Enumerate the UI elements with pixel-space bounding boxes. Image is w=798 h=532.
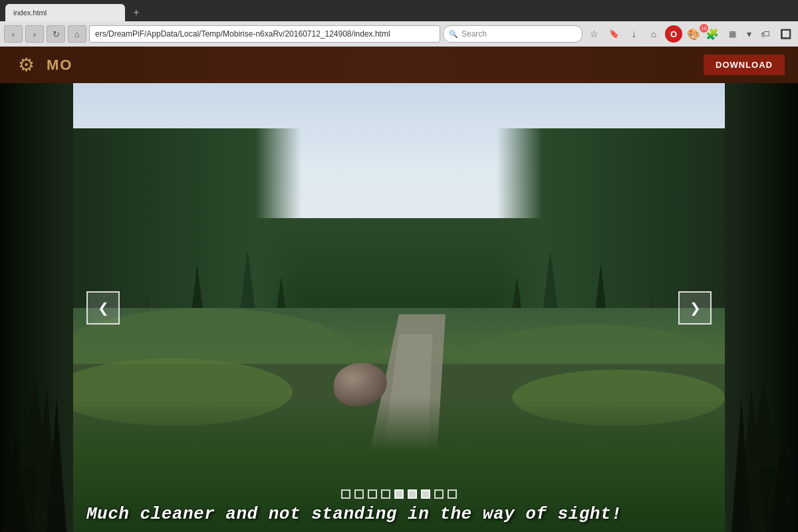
app-name: MO: [47, 57, 72, 74]
search-icon: 🔍: [449, 30, 458, 39]
page-content: ⚙ MO DOWNLOAD: [0, 47, 798, 532]
nav-back-btn[interactable]: ‹: [4, 25, 23, 43]
indicator-4[interactable]: [381, 489, 390, 499]
home-icon: ⌂: [74, 29, 80, 39]
indicator-9[interactable]: [448, 489, 457, 499]
bookmark-icon: 🔖: [609, 29, 619, 39]
indicator-7[interactable]: [421, 489, 430, 499]
caption-text: Much cleaner and not standing in the way…: [86, 504, 622, 524]
home-icon-btn[interactable]: ⌂: [645, 25, 662, 43]
reload-btn[interactable]: ↻: [47, 25, 65, 43]
address-bar[interactable]: ers/DreamPiF/AppData/Local/Temp/Mobirise…: [89, 25, 440, 43]
menu-icon-btn[interactable]: ▦: [724, 25, 741, 43]
indicator-5[interactable]: [394, 489, 404, 499]
browser-window: index.html + ‹ › ↻ ⌂ ers/DreamPiF/AppDat…: [0, 0, 798, 532]
slide-image: [73, 83, 725, 532]
notification-badge: 10: [700, 24, 708, 33]
prev-arrow-icon: ❮: [98, 300, 109, 316]
side-panel-right: [725, 83, 798, 532]
slider-next-btn[interactable]: ❯: [678, 291, 712, 325]
extra-btn[interactable]: 🔲: [777, 25, 794, 43]
app-header: ⚙ MO DOWNLOAD: [0, 47, 798, 83]
tab-label: index.html: [13, 9, 47, 17]
indicator-2[interactable]: [354, 489, 364, 499]
next-arrow-icon: ❯: [690, 300, 701, 316]
new-tab-btn[interactable]: +: [128, 4, 145, 21]
slide-caption: Much cleaner and not standing in the way…: [73, 504, 725, 524]
gear-icon-app: ⚙: [13, 53, 39, 78]
url-text: ers/DreamPiF/AppData/Local/Temp/Mobirise…: [95, 29, 390, 39]
search-bar[interactable]: 🔍 Search: [443, 25, 583, 43]
side-forest-right: [725, 83, 798, 532]
slider-prev-btn[interactable]: ❮: [86, 291, 120, 325]
side-panel-left: [0, 83, 73, 532]
star-icon: ☆: [590, 29, 598, 39]
browser-toolbar: ‹ › ↻ ⌂ ers/DreamPiF/AppData/Local/Temp/…: [0, 21, 798, 47]
ext-badge-area[interactable]: 🧩 10: [704, 25, 721, 43]
side-forest-left: [0, 83, 73, 532]
slider-wrapper: ❮ ❯: [73, 83, 725, 532]
indicator-1[interactable]: [341, 489, 350, 499]
opera-logo: O: [670, 29, 677, 39]
download-button[interactable]: DOWNLOAD: [704, 55, 785, 75]
menu-icon: ▦: [729, 29, 736, 39]
more-btn[interactable]: 🏷: [757, 25, 774, 43]
download-arrow-icon: ↓: [631, 28, 636, 40]
app-logo: ⚙ MO: [13, 53, 72, 78]
indicator-8[interactable]: [434, 489, 444, 499]
slide-indicators: [341, 489, 457, 499]
slider-container: ❮ ❯: [73, 83, 725, 532]
bookmark-star-btn[interactable]: ☆: [585, 25, 602, 43]
indicator-6[interactable]: [408, 489, 417, 499]
active-tab[interactable]: index.html: [5, 4, 125, 21]
tab-bar: index.html +: [0, 0, 798, 21]
opera-icon-btn[interactable]: O: [665, 25, 682, 43]
chevron-down-icon: ▾: [747, 29, 751, 39]
nav-forward-btn[interactable]: ›: [25, 25, 44, 43]
extensions-area: 🎨 🧩 10: [685, 25, 721, 43]
download-btn-browser[interactable]: ↓: [625, 25, 642, 43]
indicator-3[interactable]: [368, 489, 377, 499]
home-btn[interactable]: ⌂: [68, 25, 86, 43]
home-icon2: ⌂: [651, 29, 656, 39]
bookmark-btn[interactable]: 🔖: [605, 25, 622, 43]
search-placeholder: Search: [462, 29, 487, 39]
reload-icon: ↻: [53, 29, 60, 39]
dropdown-btn[interactable]: ▾: [743, 25, 754, 43]
